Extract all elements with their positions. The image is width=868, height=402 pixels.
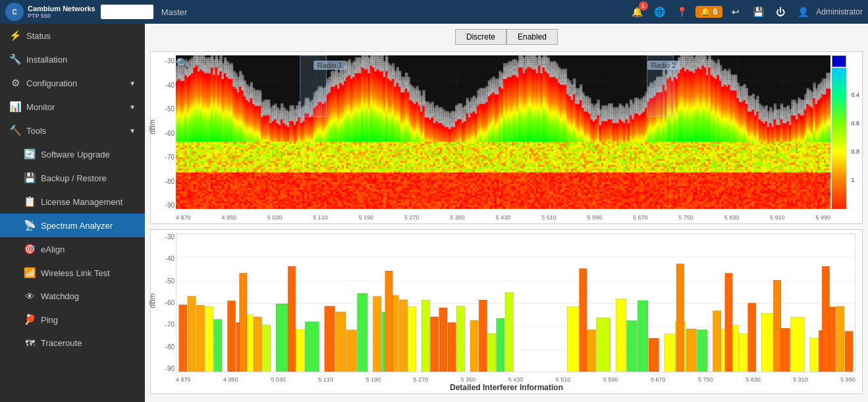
- color-legend: 0.4 0.6 0.8 1: [832, 55, 859, 209]
- notification-badge: 1: [639, 1, 648, 11]
- sidebar-item-wireless-link-test[interactable]: 📶 Wireless Link Test: [0, 261, 145, 285]
- app-header: C Cambium Networks PTP 550 Master 🔔 1 🌐 …: [0, 0, 868, 24]
- radio1-label: Radio 1: [313, 61, 346, 70]
- sidebar-item-software-upgrade[interactable]: 🔄 Software Upgrade: [0, 142, 145, 166]
- sidebar-item-installation[interactable]: 🔧 Installation: [0, 47, 145, 71]
- interferer-chart-container: dBm -30 -40 -50 -60 -70 -80 -90 4 870 4 …: [150, 229, 863, 394]
- monitor-icon: 📊: [9, 101, 21, 113]
- power-icon[interactable]: ⏻: [771, 3, 790, 21]
- configuration-chevron: ▼: [129, 80, 136, 87]
- sidebar-item-configuration[interactable]: ⚙ Configuration ▼: [0, 71, 145, 95]
- ping-icon: 🏓: [24, 314, 36, 326]
- sidebar-label-spectrum-analyzer: Spectrum Analyzer: [41, 221, 136, 231]
- sidebar-item-status[interactable]: ⚡ Status: [0, 24, 145, 47]
- installation-icon: 🔧: [9, 53, 21, 65]
- header-icons: 🔔 1 🌐 📍 🔔 6 ↩ 💾 ⏻ 👤 Administrator: [628, 3, 863, 21]
- sidebar-item-tools[interactable]: 🔨 Tools ▼: [0, 119, 145, 142]
- sidebar-label-tools: Tools: [26, 126, 124, 136]
- sidebar-item-backup-restore[interactable]: 💾 Backup / Restore: [0, 166, 145, 190]
- sidebar-item-monitor[interactable]: 📊 Monitor ▼: [0, 95, 145, 119]
- heatmap-canvas: [176, 55, 830, 209]
- tab-enabled[interactable]: Enabled: [506, 29, 558, 45]
- sidebar-item-ealign[interactable]: 🎯 eAlign: [0, 237, 145, 261]
- sidebar-label-monitor: Monitor: [26, 102, 124, 112]
- master-label: Master: [161, 7, 188, 17]
- sidebar-label-watchdog: Watchdog: [41, 291, 136, 301]
- sidebar-label-backup-restore: Backup / Restore: [41, 173, 136, 183]
- monitor-chevron: ▼: [129, 103, 136, 111]
- spectrum-heatmap-container: dBm -30 -40 -50 -60 -70 -80 -90 🔍 Radio …: [150, 51, 863, 224]
- bar-canvas: [176, 234, 855, 372]
- logo-text: Cambium Networks PTP 550: [28, 5, 95, 19]
- logo-circle: C: [5, 3, 24, 21]
- sidebar-label-installation: Installation: [26, 55, 136, 65]
- save-icon[interactable]: 💾: [749, 3, 767, 21]
- sidebar-item-spectrum-analyzer[interactable]: 📡 Spectrum Analyzer: [0, 214, 145, 237]
- watchdog-icon: 👁: [24, 291, 36, 302]
- configuration-icon: ⚙: [9, 77, 21, 89]
- sidebar-label-wireless-link-test: Wireless Link Test: [41, 268, 136, 278]
- sidebar-item-traceroute[interactable]: 🗺 Traceroute: [0, 331, 145, 355]
- interferer-y-axis: -30 -40 -50 -60 -70 -80 -90: [160, 233, 175, 372]
- spectrum-y-label: dBm: [148, 119, 156, 134]
- sidebar-label-license-management: License Management: [41, 197, 136, 207]
- sidebar-label-software-upgrade: Software Upgrade: [41, 150, 136, 159]
- sidebar-item-license-management[interactable]: 📋 License Management: [0, 190, 145, 214]
- legend-labels: 0.4 0.6 0.8 1: [834, 59, 859, 194]
- zoom-icon[interactable]: 🔍: [176, 57, 189, 70]
- globe-icon[interactable]: 🌐: [651, 3, 669, 21]
- user-icon: 👤: [794, 3, 812, 21]
- tools-chevron: ▼: [129, 127, 136, 134]
- sidebar-label-ping: Ping: [41, 315, 136, 325]
- software-upgrade-icon: 🔄: [24, 148, 36, 160]
- status-icon: ⚡: [9, 30, 21, 42]
- sidebar-item-watchdog[interactable]: 👁 Watchdog: [0, 285, 145, 308]
- main-content: Discrete Enabled dBm -30 -40 -50 -60 -70…: [145, 24, 868, 402]
- spectrum-y-axis: -30 -40 -50 -60 -70 -80 -90: [160, 57, 175, 209]
- undo-icon[interactable]: ↩: [726, 3, 745, 21]
- alarm-button[interactable]: 🔔 6: [695, 6, 723, 18]
- tools-icon: 🔨: [9, 125, 21, 136]
- sidebar-label-traceroute: Traceroute: [41, 338, 136, 348]
- ealign-icon: 🎯: [24, 243, 36, 255]
- location-icon[interactable]: 📍: [673, 3, 692, 21]
- device-name-input[interactable]: [101, 5, 153, 19]
- backup-restore-icon: 💾: [24, 172, 36, 184]
- sidebar: ⚡ Status 🔧 Installation ⚙ Configuration …: [0, 24, 145, 402]
- sidebar-item-ping[interactable]: 🏓 Ping: [0, 308, 145, 331]
- interferer-chart-area: [176, 233, 855, 372]
- interferer-chart-title: Detailed Interferer Information: [151, 383, 862, 392]
- spectrum-analyzer-icon: 📡: [24, 219, 36, 231]
- notifications-icon[interactable]: 🔔 1: [628, 3, 647, 21]
- sidebar-label-configuration: Configuration: [26, 78, 124, 88]
- spectrum-tabs: Discrete Enabled: [150, 29, 863, 45]
- interferer-y-label: dBm: [148, 293, 156, 308]
- radio2-label: Radio 2: [647, 61, 680, 70]
- interferer-x-axis: 4 870 4 950 5 030 5 110 5 190 5 270 5 35…: [176, 376, 855, 383]
- admin-label: Administrator: [816, 7, 863, 16]
- spectrum-x-axis: 4 870 4 950 5 030 5 110 5 190 5 270 5 35…: [176, 214, 830, 221]
- sidebar-label-status: Status: [26, 31, 136, 41]
- spectrum-chart-area: Radio 1 Radio 2: [176, 55, 830, 209]
- wireless-link-test-icon: 📶: [24, 267, 36, 279]
- alarm-icon: 🔔: [701, 7, 711, 16]
- alarm-count: 6: [713, 7, 718, 16]
- traceroute-icon: 🗺: [24, 337, 36, 349]
- tab-discrete[interactable]: Discrete: [455, 29, 506, 45]
- license-management-icon: 📋: [24, 196, 36, 208]
- app-layout: ⚡ Status 🔧 Installation ⚙ Configuration …: [0, 24, 868, 402]
- sidebar-label-ealign: eAlign: [41, 244, 136, 254]
- logo: C Cambium Networks PTP 550: [5, 3, 95, 21]
